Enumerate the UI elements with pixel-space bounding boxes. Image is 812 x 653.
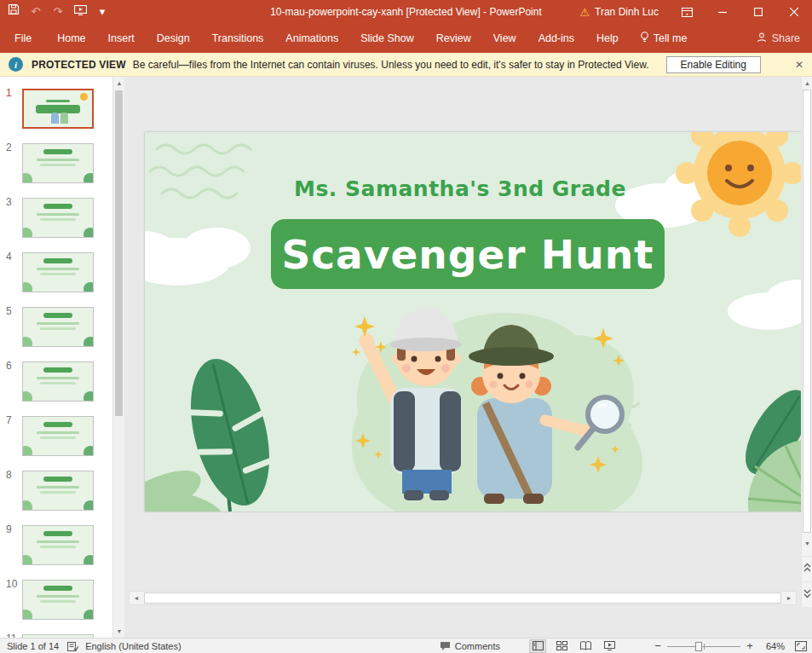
slide-5-thumbnail[interactable] xyxy=(22,307,94,347)
undo-icon[interactable]: ↶ xyxy=(29,0,43,24)
tab-slide-show[interactable]: Slide Show xyxy=(349,24,425,53)
status-bar: Slide 1 of 14 English (United States) Co… xyxy=(0,638,812,653)
maximize-button[interactable] xyxy=(740,0,776,24)
previous-slide-button[interactable] xyxy=(802,556,812,578)
mini-line xyxy=(37,595,79,598)
thumbnail-scrollbar-thumb[interactable] xyxy=(115,90,123,416)
ribbon-display-options-icon[interactable] xyxy=(669,0,705,24)
slide-editing-area[interactable]: Ms. Samantha's 3nd Grade Scavenger Hunt xyxy=(145,132,801,511)
fit-slide-to-window-button[interactable] xyxy=(795,641,807,651)
horizontal-scrollbar: ◄ ► xyxy=(129,591,797,605)
slide-6-thumbnail[interactable] xyxy=(22,361,94,402)
vertical-scrollbar-thumb[interactable] xyxy=(803,90,811,533)
slide-number: 6 xyxy=(6,360,12,372)
zoom-level[interactable]: 64% xyxy=(756,641,785,651)
scroll-down-icon[interactable]: ▼ xyxy=(113,625,125,638)
mini-leaf xyxy=(84,391,94,402)
tell-me-label: Tell me xyxy=(654,32,688,44)
redo-icon[interactable]: ↷ xyxy=(51,0,65,24)
slide-number: 1 xyxy=(6,87,12,99)
account-area[interactable]: ⚠ Tran Dinh Luc xyxy=(579,0,659,24)
mini-subtitle xyxy=(46,100,70,102)
scroll-up-icon[interactable]: ▲ xyxy=(113,77,125,90)
share-button[interactable]: Share xyxy=(757,24,800,53)
comments-button[interactable]: Comments xyxy=(440,641,500,651)
horizontal-scrollbar-thumb[interactable] xyxy=(144,592,781,604)
mini-title-pill xyxy=(36,105,80,113)
save-icon[interactable] xyxy=(7,0,20,24)
tab-transitions[interactable]: Transitions xyxy=(201,24,275,53)
slide-number: 2 xyxy=(6,142,12,153)
slide-8-thumbnail[interactable] xyxy=(22,471,94,511)
next-slide-button[interactable] xyxy=(802,581,812,604)
scroll-down-icon[interactable]: ▼ xyxy=(802,537,812,550)
start-from-beginning-icon[interactable] xyxy=(73,0,87,24)
mini-title-bar xyxy=(43,586,72,591)
mini-title-bar xyxy=(43,422,72,427)
mini-line xyxy=(37,159,79,161)
close-button[interactable] xyxy=(776,0,812,24)
zoom-slider-handle[interactable] xyxy=(695,642,702,651)
tab-help[interactable]: Help xyxy=(585,24,630,53)
mini-line xyxy=(40,491,76,494)
customize-quick-access-icon[interactable]: ▾ xyxy=(95,0,109,24)
tab-design[interactable]: Design xyxy=(146,24,201,53)
scroll-left-icon[interactable]: ◄ xyxy=(130,592,143,604)
slide-1-thumbnail[interactable] xyxy=(22,89,94,129)
zoom-slider-center-tick xyxy=(704,644,705,650)
tab-insert[interactable]: Insert xyxy=(97,24,146,53)
slide-7-thumbnail[interactable] xyxy=(22,416,94,456)
slide-title-box[interactable]: Scavenger Hunt xyxy=(271,219,665,289)
leaf-bottom-right xyxy=(733,380,801,511)
person-icon xyxy=(757,32,767,45)
mini-line xyxy=(37,268,79,270)
ribbon-tab-bar: File Home Insert Design Transitions Anim… xyxy=(0,24,812,53)
spell-check-icon[interactable] xyxy=(67,641,78,651)
mini-leaf xyxy=(22,173,32,183)
mini-line xyxy=(37,322,79,325)
tab-add-ins[interactable]: Add-ins xyxy=(527,24,585,53)
enable-editing-button[interactable]: Enable Editing xyxy=(666,56,761,73)
slide-title-text: Scavenger Hunt xyxy=(281,231,654,278)
tab-file[interactable]: File xyxy=(0,24,46,53)
slide-canvas: Ms. Samantha's 3nd Grade Scavenger Hunt … xyxy=(124,77,812,638)
slide-show-view-button[interactable] xyxy=(601,639,618,653)
thumbnail-item: 8 xyxy=(0,462,112,517)
thumbnail-item: 7 xyxy=(0,407,112,462)
tab-home[interactable]: Home xyxy=(46,24,96,53)
slide-number: 4 xyxy=(6,251,12,263)
dismiss-bar-icon[interactable]: ✕ xyxy=(795,59,803,71)
language-indicator[interactable]: English (United States) xyxy=(85,641,181,651)
comment-icon xyxy=(440,641,451,651)
slide-3-thumbnail[interactable] xyxy=(22,198,94,238)
tab-animations[interactable]: Animations xyxy=(274,24,349,53)
zoom-out-button[interactable]: − xyxy=(652,639,664,652)
mini-line xyxy=(40,546,76,548)
vertical-scrollbar: ▲ ▼ xyxy=(801,77,812,607)
tab-view[interactable]: View xyxy=(482,24,527,53)
mini-title-bar xyxy=(43,313,72,318)
zoom-slider[interactable] xyxy=(667,639,740,653)
slide-10-thumbnail[interactable] xyxy=(22,580,94,620)
slide-4-thumbnail[interactable] xyxy=(22,252,94,292)
slide-2-thumbnail[interactable] xyxy=(22,143,94,183)
mini-leaf xyxy=(22,555,32,565)
normal-view-button[interactable] xyxy=(529,639,546,653)
tell-me-box[interactable]: Tell me xyxy=(640,32,688,45)
slide-sorter-view-button[interactable] xyxy=(553,639,570,653)
slide-subtitle-text[interactable]: Ms. Samantha's 3nd Grade xyxy=(145,176,775,201)
mini-line xyxy=(40,382,76,384)
mini-leaf xyxy=(22,337,32,347)
reading-view-button[interactable] xyxy=(577,639,594,653)
info-icon: i xyxy=(9,57,23,72)
scroll-right-icon[interactable]: ► xyxy=(782,592,796,604)
tab-review[interactable]: Review xyxy=(425,24,482,53)
scroll-up-icon[interactable]: ▲ xyxy=(802,77,812,90)
protected-view-bar: i PROTECTED VIEW Be careful—files from t… xyxy=(0,53,812,77)
slide-number: 8 xyxy=(6,469,12,481)
account-warning-icon: ⚠ xyxy=(579,6,590,19)
slide-indicator[interactable]: Slide 1 of 14 xyxy=(7,641,59,651)
zoom-in-button[interactable]: + xyxy=(744,639,756,652)
slide-9-thumbnail[interactable] xyxy=(22,525,94,565)
minimize-button[interactable] xyxy=(705,0,740,24)
